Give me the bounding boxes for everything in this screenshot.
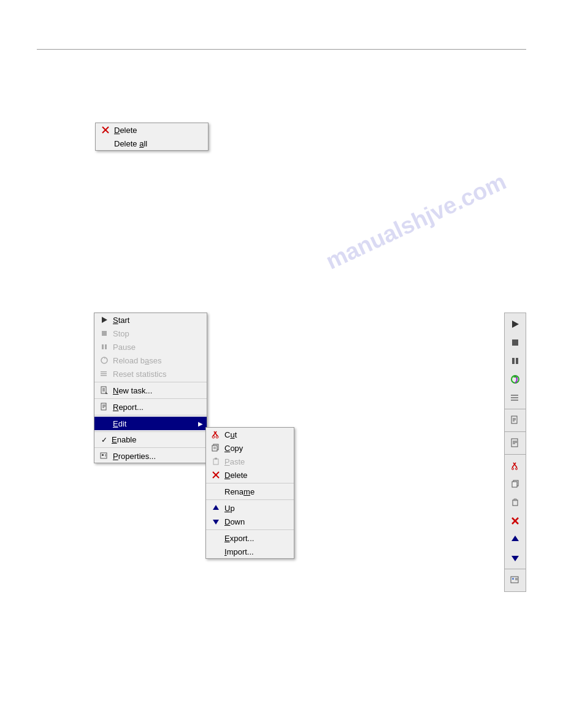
toolbar-start-button[interactable] <box>507 316 524 333</box>
toolbar-cut-button[interactable] <box>507 457 524 474</box>
submenu-item-rename-label: Rename <box>224 487 255 496</box>
separator-2 <box>94 398 207 399</box>
svg-rect-9 <box>101 375 107 376</box>
x-icon <box>101 125 110 135</box>
svg-rect-20 <box>102 454 104 456</box>
small-context-menu: Delete Delete all <box>95 123 209 151</box>
menu-item-delete-all[interactable]: Delete all <box>96 137 208 150</box>
reset-icon <box>99 369 109 379</box>
checkmark-icon: ✓ <box>99 436 109 444</box>
toolbar-sep-3 <box>505 454 526 455</box>
copy-icon <box>211 443 221 453</box>
svg-marker-2 <box>102 317 107 323</box>
menu-item-start[interactable]: Start <box>94 313 207 327</box>
svg-rect-8 <box>101 373 107 374</box>
toolbar-properties-button[interactable] <box>507 572 524 589</box>
menu-item-reset-statistics[interactable]: Reset statistics <box>94 367 207 381</box>
up-icon <box>211 503 221 513</box>
submenu-item-import[interactable]: Import... <box>206 545 294 558</box>
submenu-item-paste[interactable]: Paste <box>206 455 294 468</box>
cut-icon <box>511 461 519 470</box>
menu-item-pause[interactable]: Pause <box>94 340 207 354</box>
menu-item-new-task[interactable]: New task... <box>94 384 207 397</box>
submenu-item-import-label: Import... <box>224 547 254 556</box>
paste-icon <box>511 498 519 507</box>
reload-icon <box>99 355 109 365</box>
submenu-item-up[interactable]: Up <box>206 501 294 515</box>
reload-icon <box>510 374 520 384</box>
menu-item-report[interactable]: Report... <box>94 400 207 414</box>
toolbar-reload-button[interactable] <box>507 371 524 388</box>
menu-item-delete-all-label: Delete all <box>114 139 147 148</box>
svg-rect-67 <box>512 578 514 580</box>
new-task-icon <box>510 415 520 425</box>
menu-item-reload-bases[interactable]: Reload bases <box>94 354 207 367</box>
svg-rect-43 <box>511 395 518 396</box>
menu-item-edit[interactable]: Edit ▶ <box>94 417 207 430</box>
edit-sep-2 <box>206 499 294 500</box>
submenu-item-delete[interactable]: Delete <box>206 468 294 482</box>
paste-icon <box>211 457 221 466</box>
submenu-item-cut[interactable]: Cut <box>206 428 294 441</box>
main-context-menu: Start Stop Pause Reload bases <box>94 313 207 463</box>
toolbar-copy-button[interactable] <box>507 476 524 493</box>
toolbar-paste-button[interactable] <box>507 494 524 511</box>
edit-sep-1 <box>206 483 294 483</box>
report-icon <box>99 402 109 412</box>
properties-icon <box>510 575 520 585</box>
menu-item-stop[interactable]: Stop <box>94 327 207 340</box>
separator-3 <box>94 415 207 415</box>
submenu-item-export[interactable]: Export... <box>206 531 294 545</box>
svg-rect-59 <box>512 482 517 487</box>
svg-rect-39 <box>512 358 515 364</box>
submenu-item-down[interactable]: Down <box>206 515 294 528</box>
toolbar-down-button[interactable] <box>507 549 524 566</box>
down-icon <box>211 517 221 526</box>
menu-item-enable[interactable]: ✓ Enable <box>94 433 207 446</box>
play-icon <box>511 320 519 328</box>
down-arrow-icon <box>511 553 519 562</box>
menu-item-enable-label: Enable <box>112 435 136 444</box>
svg-rect-7 <box>101 371 107 373</box>
menu-item-stop-label: Stop <box>113 329 129 338</box>
toolbar-reset-button[interactable] <box>507 389 524 406</box>
toolbar-new-task-button[interactable] <box>507 412 524 429</box>
menu-item-delete[interactable]: Delete <box>96 123 208 137</box>
toolbar-delete-button[interactable] <box>507 512 524 529</box>
menu-item-pause-label: Pause <box>113 343 136 352</box>
delete-icon <box>211 470 221 480</box>
toolbar-sep-4 <box>505 569 526 569</box>
edit-icon <box>99 419 109 428</box>
svg-point-57 <box>516 468 518 470</box>
submenu-item-export-label: Export... <box>224 534 254 543</box>
toolbar-pause-button[interactable] <box>507 352 524 370</box>
submenu-item-rename[interactable]: Rename <box>206 485 294 498</box>
new-task-icon <box>99 385 109 395</box>
toolbar-stop-button[interactable] <box>507 334 524 351</box>
report-icon <box>510 438 520 448</box>
svg-rect-3 <box>102 331 107 336</box>
menu-item-edit-label: Edit <box>113 419 126 428</box>
empty-icon <box>101 138 110 148</box>
svg-point-56 <box>512 468 514 470</box>
menu-item-start-label: Start <box>113 316 129 325</box>
watermark: manualshjve.com <box>322 169 510 275</box>
svg-rect-61 <box>514 499 516 501</box>
submenu-item-down-label: Down <box>224 517 245 526</box>
svg-marker-36 <box>213 520 219 525</box>
submenu-item-copy[interactable]: Copy <box>206 441 294 455</box>
play-icon <box>99 315 109 325</box>
separator-5 <box>94 447 207 448</box>
menu-item-delete-label: Delete <box>114 126 137 135</box>
reset-icon <box>510 393 520 402</box>
menu-item-reload-bases-label: Reload bases <box>113 356 162 365</box>
delete-icon <box>511 517 519 525</box>
rename-icon <box>211 487 221 496</box>
svg-marker-64 <box>511 536 519 541</box>
toolbar-up-button[interactable] <box>507 531 524 548</box>
menu-item-properties[interactable]: Properties... <box>94 449 207 463</box>
svg-rect-45 <box>511 400 518 401</box>
submenu-item-copy-label: Copy <box>224 444 243 453</box>
stop-icon <box>99 328 109 338</box>
toolbar-report-button[interactable] <box>507 434 524 452</box>
